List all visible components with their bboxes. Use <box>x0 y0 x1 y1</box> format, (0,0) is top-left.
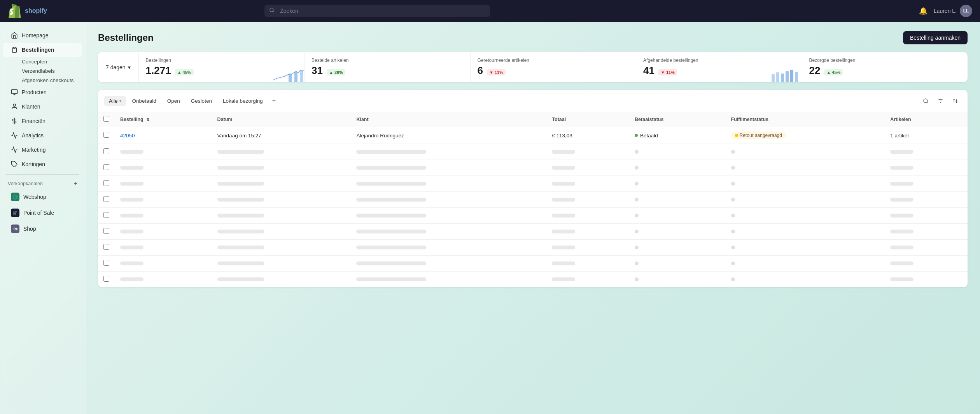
sidebar-item-homepage[interactable]: Homepage <box>3 28 82 42</box>
row-checkbox[interactable] <box>103 196 109 202</box>
skeleton <box>552 150 575 154</box>
search-orders-button[interactable] <box>919 95 932 107</box>
skeleton <box>356 230 426 233</box>
stat-geretourneerd: Geretourneerde artikelen 6 ▼ 11% <box>471 52 636 82</box>
select-all-checkbox[interactable] <box>103 116 109 122</box>
sidebar-item-point-of-sale[interactable]: 🛒 Point of Sale <box>3 205 82 221</box>
stat-bestelde-artikelen-value: 31 <box>312 65 323 77</box>
logo[interactable]: shopify <box>8 4 47 18</box>
skeleton <box>890 277 914 281</box>
sidebar-item-marketing[interactable]: Marketing <box>3 143 82 157</box>
tab-lokale-bezorging[interactable]: Lokale bezorging <box>218 96 268 106</box>
skeleton <box>217 246 264 249</box>
row-checkbox[interactable] <box>103 164 109 170</box>
svg-rect-9 <box>772 74 775 82</box>
table-row <box>98 176 968 192</box>
sidebar-item-verzendlabels[interactable]: Verzendlabels <box>3 67 82 75</box>
tab-gesloten[interactable]: Gesloten <box>186 96 217 106</box>
table-row[interactable]: #2050 Vandaag om 15:27 Alejandro Rodrigu… <box>98 127 968 144</box>
table-row <box>98 256 968 272</box>
row-checkbox[interactable] <box>103 212 109 218</box>
svg-rect-6 <box>289 74 292 82</box>
notifications-button[interactable]: 🔔 <box>919 7 928 15</box>
sidebar-label-bestellingen: Bestellingen <box>22 47 54 53</box>
sidebar-label-webshop: Webshop <box>23 194 46 200</box>
add-tab-button[interactable]: + <box>269 96 279 106</box>
skeleton <box>635 198 639 202</box>
add-channel-button[interactable]: + <box>74 180 77 187</box>
svg-point-0 <box>270 8 273 12</box>
cell-bestelling[interactable]: #2050 <box>115 127 212 144</box>
cell-datum: Vandaag om 15:27 <box>212 127 351 144</box>
skeleton <box>635 214 639 218</box>
row-checkbox[interactable] <box>103 180 109 186</box>
sidebar-item-concepten[interactable]: Concepten <box>3 57 82 66</box>
sidebar-item-bestellingen[interactable]: Bestellingen <box>3 43 82 57</box>
sidebar-item-producten[interactable]: Producten <box>3 85 82 99</box>
row-checkbox-cell[interactable] <box>98 127 115 144</box>
create-order-button[interactable]: Bestelling aanmaken <box>903 31 968 44</box>
skeleton <box>217 230 264 233</box>
svg-rect-8 <box>300 70 303 82</box>
col-header-bestelling[interactable]: Bestelling ⇅ <box>115 112 212 127</box>
sidebar: Homepage Bestellingen Concepten Verzendl… <box>0 22 86 414</box>
skeleton <box>356 150 426 154</box>
sidebar-item-afgebroken[interactable]: Afgebroken checkouts <box>3 76 82 85</box>
stat-afgehandeld-value: 41 <box>643 65 654 77</box>
svg-rect-12 <box>786 71 789 82</box>
page-title: Bestellingen <box>98 32 154 43</box>
period-selector[interactable]: 7 dagen ▾ <box>98 52 139 82</box>
webshop-icon: 🌐 <box>11 193 19 201</box>
up-arrow-icon: ▲ <box>329 70 333 75</box>
afgehandeld-chart <box>771 67 802 82</box>
svg-rect-14 <box>795 72 798 82</box>
row-checkbox[interactable] <box>103 148 109 154</box>
search-bar <box>264 5 490 17</box>
tab-alle[interactable]: Alle ▾ <box>104 96 126 106</box>
sidebar-item-shop[interactable]: 🛍 Shop <box>3 221 82 237</box>
col-header-fulfilmentstatus: Fulfilmentstatus <box>726 112 885 127</box>
user-menu[interactable]: Lauren L. LL <box>934 5 972 17</box>
marketing-icon <box>11 146 18 153</box>
stat-bestelde-artikelen: Bestelde artikelen 31 ▲ 29% <box>304 52 470 82</box>
filter-button[interactable] <box>934 95 947 107</box>
sidebar-item-financien[interactable]: Financiën <box>3 114 82 128</box>
table-row <box>98 144 968 160</box>
tab-open[interactable]: Open <box>163 96 185 106</box>
sidebar-item-klanten[interactable]: Klanten <box>3 100 82 114</box>
orders-table-container: Alle ▾ Onbetaald Open Gesloten Lokale be… <box>98 90 968 287</box>
sort-button[interactable] <box>949 95 961 107</box>
table-toolbar: Alle ▾ Onbetaald Open Gesloten Lokale be… <box>98 90 968 112</box>
up-arrow-icon: ▲ <box>177 70 182 75</box>
row-checkbox[interactable] <box>103 244 109 250</box>
search-input[interactable] <box>264 5 490 17</box>
skeleton <box>120 150 144 154</box>
row-checkbox[interactable] <box>103 132 109 138</box>
skeleton <box>635 182 639 186</box>
skeleton <box>635 246 639 249</box>
row-checkbox[interactable] <box>103 276 109 282</box>
skeleton <box>552 214 575 218</box>
sidebar-item-webshop[interactable]: 🌐 Webshop <box>3 189 82 205</box>
row-checkbox[interactable] <box>103 260 109 266</box>
skeleton <box>356 198 426 202</box>
tab-onbetaald[interactable]: Onbetaald <box>128 96 161 106</box>
down-arrow-icon: ▼ <box>661 70 665 75</box>
fulfilment-badge: Retour aangevraagd <box>731 132 786 139</box>
select-all-header[interactable] <box>98 112 115 127</box>
skeleton <box>120 198 144 202</box>
sidebar-label-kortingen: Kortingen <box>22 161 45 167</box>
skeleton <box>635 166 639 170</box>
sidebar-item-analytics[interactable]: Analytics <box>3 128 82 142</box>
sidebar-label-analytics: Analytics <box>22 132 44 139</box>
search-icon <box>269 7 275 14</box>
stat-bestelde-artikelen-badge: ▲ 29% <box>327 69 345 75</box>
period-chevron-icon: ▾ <box>128 64 131 70</box>
row-checkbox[interactable] <box>103 228 109 234</box>
discounts-icon <box>11 161 18 168</box>
skeleton <box>635 230 639 233</box>
skeleton <box>120 214 144 218</box>
page-header: Bestellingen Bestelling aanmaken <box>98 31 968 44</box>
sidebar-item-kortingen[interactable]: Kortingen <box>3 157 82 171</box>
svg-point-3 <box>13 104 16 106</box>
